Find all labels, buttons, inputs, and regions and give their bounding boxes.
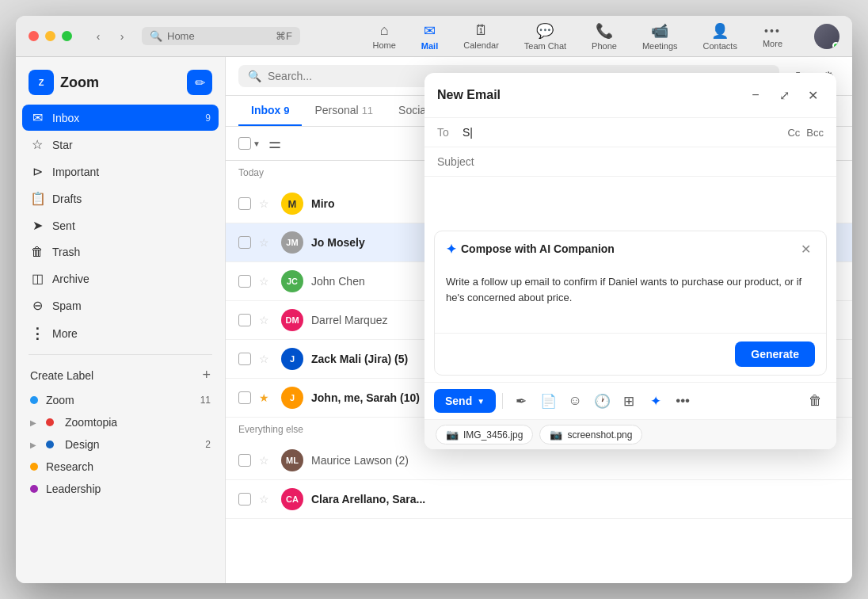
- send-button[interactable]: Send ▼: [434, 389, 496, 413]
- tab-home-label: Home: [372, 40, 395, 50]
- filter-button[interactable]: ⚌: [267, 133, 283, 154]
- send-label: Send: [445, 395, 472, 407]
- tab-inbox[interactable]: Inbox 9: [238, 96, 302, 126]
- calendar-icon: 🗓: [474, 22, 489, 39]
- avatar-jo: JM: [281, 231, 303, 254]
- design-label-dot: [46, 441, 54, 448]
- avatar-zack: J: [281, 348, 303, 370]
- user-avatar[interactable]: [814, 24, 839, 49]
- email-checkbox-clara[interactable]: [238, 493, 251, 506]
- subject-input[interactable]: [437, 155, 824, 168]
- star-miro[interactable]: ☆: [259, 197, 273, 210]
- cc-button[interactable]: Cc: [787, 127, 800, 139]
- sidebar-nav: ✉ Inbox 9 ☆ Star ⊳ Important 📋 Drafts: [16, 105, 225, 348]
- sidebar-item-trash[interactable]: 🗑 Trash: [22, 239, 219, 265]
- sidebar-item-sent[interactable]: ➤ Sent: [22, 212, 219, 238]
- email-checkbox-darrel[interactable]: [238, 314, 251, 326]
- email-checkbox-zack[interactable]: [238, 353, 251, 365]
- compose-body[interactable]: [424, 177, 836, 224]
- zoomtopia-label-dot: [46, 418, 54, 426]
- compose-button[interactable]: ✏: [187, 70, 212, 95]
- sidebar-drafts-label: Drafts: [52, 193, 211, 205]
- app-tabs: ⌂ Home ✉ Mail 🗓 Calendar 💬 Team Chat 📞 P…: [360, 19, 795, 54]
- attachments-bar: 📷 IMG_3456.jpg 📷 screenshot.png: [424, 419, 836, 449]
- compose-minimize-button[interactable]: −: [744, 84, 767, 106]
- online-status-dot: [832, 42, 839, 49]
- label-item-research[interactable]: Research: [22, 456, 219, 478]
- ai-companion-title-text: Compose with AI Companion: [461, 242, 615, 255]
- maximize-traffic-light[interactable]: [62, 31, 72, 41]
- sidebar-item-inbox[interactable]: ✉ Inbox 9: [22, 105, 219, 131]
- label-item-zoom[interactable]: Zoom 11: [22, 389, 219, 411]
- compose-maximize-button[interactable]: ⤢: [773, 84, 795, 106]
- email-checkbox-miro[interactable]: [238, 197, 251, 210]
- schedule-send-button[interactable]: 🕐: [590, 389, 614, 413]
- zoom-label-dot: [30, 396, 38, 404]
- toolbar-separator-1: [502, 393, 503, 409]
- email-row-clara[interactable]: ☆ CA Clara Arellano, Sara...: [226, 480, 852, 519]
- sidebar-item-important[interactable]: ⊳ Important: [22, 158, 219, 185]
- generate-button[interactable]: Generate: [735, 341, 815, 367]
- tab-personal[interactable]: Personal 11: [302, 96, 386, 126]
- forward-button[interactable]: ›: [112, 26, 132, 47]
- delete-draft-button[interactable]: 🗑: [803, 389, 827, 413]
- more-options-button[interactable]: •••: [671, 389, 695, 413]
- to-input[interactable]: [463, 126, 781, 139]
- label-item-design[interactable]: ▶ Design 2: [22, 433, 219, 456]
- star-jo[interactable]: ☆: [259, 236, 273, 249]
- table-button[interactable]: ⊞: [617, 389, 641, 413]
- bcc-button[interactable]: Bcc: [806, 127, 824, 139]
- star-maurice[interactable]: ☆: [259, 454, 273, 467]
- ai-companion-close-button[interactable]: ✕: [796, 239, 815, 258]
- label-item-zoomtopia[interactable]: ▶ Zoomtopia: [22, 411, 219, 433]
- attachment-icon-1: 📷: [446, 429, 459, 441]
- tab-phone-label: Phone: [592, 41, 617, 51]
- tab-contacts[interactable]: 👤 Contacts: [691, 19, 750, 54]
- email-checkbox-jo[interactable]: [238, 236, 251, 249]
- format-text-button[interactable]: ✒: [509, 389, 533, 413]
- attachment-img3456[interactable]: 📷 IMG_3456.jpg: [436, 425, 533, 444]
- tab-more[interactable]: ••• More: [750, 21, 795, 52]
- emoji-button[interactable]: ☺: [563, 389, 587, 413]
- back-button[interactable]: ‹: [88, 26, 108, 47]
- more-apps-icon: •••: [764, 25, 781, 37]
- attachment-icon-2: 📷: [550, 429, 562, 441]
- tab-team-chat[interactable]: 💬 Team Chat: [512, 19, 579, 54]
- sidebar-item-spam[interactable]: ⊖ Spam: [22, 292, 219, 319]
- nav-arrows: ‹ ›: [88, 26, 132, 47]
- compose-close-button[interactable]: ✕: [801, 84, 824, 106]
- email-checkbox-john-group[interactable]: [238, 391, 251, 404]
- label-item-leadership[interactable]: Leadership: [22, 478, 219, 500]
- inbox-count: 9: [205, 113, 211, 124]
- email-checkbox-john-chen[interactable]: [238, 275, 251, 288]
- cc-bcc-buttons: Cc Bcc: [787, 127, 824, 139]
- attach-file-button[interactable]: 📄: [536, 389, 560, 413]
- close-traffic-light[interactable]: [29, 31, 39, 41]
- select-all-checkbox[interactable]: [238, 137, 251, 150]
- sender-clara: Clara Arellano, Sara...: [311, 493, 839, 506]
- star-zack[interactable]: ☆: [259, 353, 273, 365]
- select-all-arrow[interactable]: ▼: [253, 139, 261, 148]
- to-label: To: [437, 126, 456, 139]
- sidebar-item-star[interactable]: ☆ Star: [22, 132, 219, 158]
- sidebar-item-archive[interactable]: ◫ Archive: [22, 265, 219, 292]
- star-john-chen[interactable]: ☆: [259, 275, 273, 288]
- sidebar-item-drafts[interactable]: 📋 Drafts: [22, 185, 219, 212]
- tab-mail[interactable]: ✉ Mail: [409, 19, 451, 54]
- email-checkbox-maurice[interactable]: [238, 454, 251, 467]
- star-darrel[interactable]: ☆: [259, 314, 273, 326]
- star-clara[interactable]: ☆: [259, 493, 273, 506]
- titlebar-search[interactable]: 🔍 Home ⌘F: [142, 27, 300, 45]
- create-label-button[interactable]: Create Label +: [22, 361, 219, 389]
- sidebar-item-more[interactable]: ⋮ More: [22, 319, 219, 348]
- attachment-screenshot[interactable]: 📷 screenshot.png: [539, 425, 642, 444]
- tab-home[interactable]: ⌂ Home: [360, 19, 408, 53]
- tab-meetings[interactable]: 📹 Meetings: [630, 19, 691, 54]
- mail-icon: ✉: [424, 22, 436, 40]
- ai-prompt-textarea[interactable]: Write a follow up email to confirm if Da…: [435, 266, 826, 330]
- minimize-traffic-light[interactable]: [45, 31, 55, 41]
- star-john-group[interactable]: ★: [259, 391, 273, 404]
- tab-calendar[interactable]: 🗓 Calendar: [451, 19, 512, 53]
- tab-phone[interactable]: 📞 Phone: [579, 19, 630, 54]
- ai-toolbar-button[interactable]: ✦: [644, 389, 668, 413]
